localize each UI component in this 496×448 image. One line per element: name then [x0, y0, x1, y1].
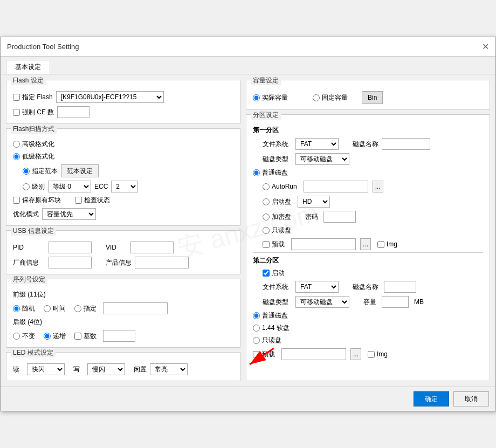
- unchanged-label: 不变: [22, 332, 35, 341]
- part1-disk-type-select[interactable]: 可移动磁盘: [295, 153, 349, 165]
- part1-readonly-radio[interactable]: [263, 227, 270, 234]
- high-format-radio-label: 高级格式化: [13, 140, 54, 149]
- specify-range-label: 指定范本: [32, 167, 58, 176]
- cancel-button[interactable]: 取消: [453, 391, 489, 406]
- specify-flash-label: 指定 Flash: [22, 93, 53, 102]
- part2-disk-type-select[interactable]: 可移动磁盘: [295, 296, 349, 308]
- part1-normal-disk-label: 普通磁盘: [262, 168, 288, 177]
- encrypt-radio-label: 加密盘: [263, 212, 291, 222]
- ecc-select[interactable]: 2: [111, 181, 138, 192]
- vendor-input[interactable]: USB 2.0: [49, 257, 92, 268]
- part2-img-checkbox-label: Img: [368, 350, 388, 358]
- part2-normal-disk-radio[interactable]: [253, 312, 260, 319]
- bin-btn[interactable]: Bin: [362, 91, 383, 104]
- encrypt-radio[interactable]: [263, 213, 270, 220]
- part2-capacity-label: 容量: [363, 298, 376, 307]
- low-format-radio[interactable]: [13, 153, 20, 160]
- base-checkbox-label: 基数: [74, 332, 97, 341]
- part2-enable-checkbox[interactable]: [263, 270, 270, 277]
- password-input[interactable]: 1111: [323, 211, 356, 223]
- part1-disk-name-label: 磁盘名称: [353, 140, 378, 149]
- svg-line-1: [250, 348, 274, 364]
- part2-fs-select[interactable]: FAT: [295, 281, 339, 293]
- vid-input[interactable]: 1aa6: [130, 242, 174, 253]
- part2-preload-browse-btn[interactable]: ...: [350, 348, 361, 360]
- check-status-checkbox[interactable]: [75, 197, 82, 204]
- product-input[interactable]: Flash Disk: [135, 257, 189, 268]
- optimize-select[interactable]: 容量优先: [42, 208, 96, 220]
- tab-basic-settings[interactable]: 基本设定: [6, 60, 50, 74]
- right-panel: 容量设定 实际容量 固定容量 Bin: [246, 80, 490, 381]
- part2-floppy-radio[interactable]: [253, 325, 260, 332]
- part1-disk-name-input[interactable]: [382, 138, 430, 150]
- part2-disk-name-input[interactable]: 22: [384, 281, 416, 293]
- write-select[interactable]: 慢闪: [87, 363, 125, 375]
- part2-enable-label: 启动: [272, 268, 285, 278]
- random-radio[interactable]: [13, 305, 20, 312]
- autorun-input[interactable]: C:\Documents and Set: [304, 181, 368, 192]
- part2-img-label: Img: [377, 350, 388, 358]
- part1-img-checkbox[interactable]: [377, 241, 384, 248]
- range-settings-btn[interactable]: 范本设定: [61, 164, 99, 177]
- vendor-label: 厂商信息: [13, 258, 45, 267]
- main-window: Production Tool Setting ✕ 基本设定 安 anxz.co…: [0, 37, 496, 411]
- autorun-radio[interactable]: [263, 183, 270, 190]
- specify-range-radio[interactable]: [23, 168, 30, 175]
- save-bad-blocks-label: 保存原有坏块: [13, 196, 61, 205]
- part2-preload-input[interactable]: [281, 348, 346, 360]
- part1-img-checkbox-label: Img: [377, 240, 397, 248]
- level-radio[interactable]: [23, 183, 30, 190]
- part1-preload-browse-btn[interactable]: ...: [360, 238, 371, 250]
- part1-preload-input[interactable]: C:\Documents and Settir: [291, 238, 356, 250]
- force-ce-input[interactable]: 1: [57, 106, 89, 118]
- check-status-label: 检查状态: [75, 196, 110, 205]
- force-ce-checkbox[interactable]: [13, 109, 20, 116]
- specify-radio[interactable]: [74, 305, 81, 312]
- pid-label: PID: [13, 244, 45, 251]
- fixed-capacity-label: 固定容量: [322, 93, 348, 102]
- close-button[interactable]: ✕: [482, 42, 489, 52]
- autorun-browse-btn[interactable]: ...: [373, 181, 383, 192]
- pid-input[interactable]: 0202: [49, 242, 92, 253]
- actual-capacity-radio[interactable]: [253, 94, 260, 101]
- part2-floppy-label: 1.44 软盘: [262, 323, 290, 333]
- capacity-settings-group: 容量设定 实际容量 固定容量 Bin: [246, 80, 490, 110]
- part1-normal-disk-radio[interactable]: [253, 169, 260, 176]
- time-radio[interactable]: [44, 305, 51, 312]
- boot-disk-select[interactable]: HD: [298, 196, 330, 208]
- level-select[interactable]: 等级 0: [48, 181, 91, 192]
- boot-disk-radio[interactable]: [263, 198, 270, 205]
- part1-section: 第一分区 文件系统 FAT 磁盘名称 磁盘类型 可移动: [253, 126, 483, 250]
- increment-radio[interactable]: [44, 333, 51, 340]
- high-format-label: 高级格式化: [22, 140, 54, 149]
- part1-fs-select[interactable]: FAT: [295, 138, 339, 150]
- increment-label: 递增: [53, 332, 66, 341]
- specify-radio-label: 指定: [74, 304, 97, 313]
- low-format-label: 低级格式化: [22, 152, 54, 161]
- part1-preload-checkbox[interactable]: [263, 241, 270, 248]
- part2-capacity-input[interactable]: 5: [382, 296, 409, 308]
- idle-select[interactable]: 常亮: [150, 363, 188, 375]
- base-input[interactable]: 21e: [103, 330, 135, 342]
- part2-enable-checkbox-label: 启动: [263, 268, 285, 278]
- high-format-radio[interactable]: [13, 141, 20, 148]
- ok-button[interactable]: 确定: [414, 391, 449, 406]
- force-ce-checkbox-label: 强制 CE 数: [13, 108, 54, 117]
- base-checkbox[interactable]: [74, 333, 81, 340]
- save-bad-blocks-checkbox[interactable]: [13, 197, 20, 204]
- serial-settings-title: 序列号设定: [11, 275, 47, 284]
- specify-flash-checkbox-label: 指定 Flash: [13, 93, 53, 102]
- read-select[interactable]: 快闪: [27, 363, 65, 375]
- specify-flash-select[interactable]: [K9F1G08U0x]-ECF1??15: [56, 91, 164, 103]
- fixed-capacity-radio[interactable]: [313, 94, 320, 101]
- unchanged-radio[interactable]: [13, 333, 20, 340]
- specify-flash-checkbox[interactable]: [13, 94, 20, 101]
- level-radio-label: 级别: [23, 182, 45, 191]
- partition-settings-title: 分区设定: [251, 111, 281, 120]
- part2-floppy-radio-label: 1.44 软盘: [253, 323, 290, 333]
- part2-capacity-unit: MB: [414, 298, 424, 306]
- autorun-radio-label: AutoRun: [263, 183, 297, 190]
- part2-img-checkbox[interactable]: [368, 351, 375, 358]
- specify-serial-input[interactable]: 111111111111: [103, 302, 168, 314]
- part2-disk-name-label: 磁盘名称: [353, 282, 378, 292]
